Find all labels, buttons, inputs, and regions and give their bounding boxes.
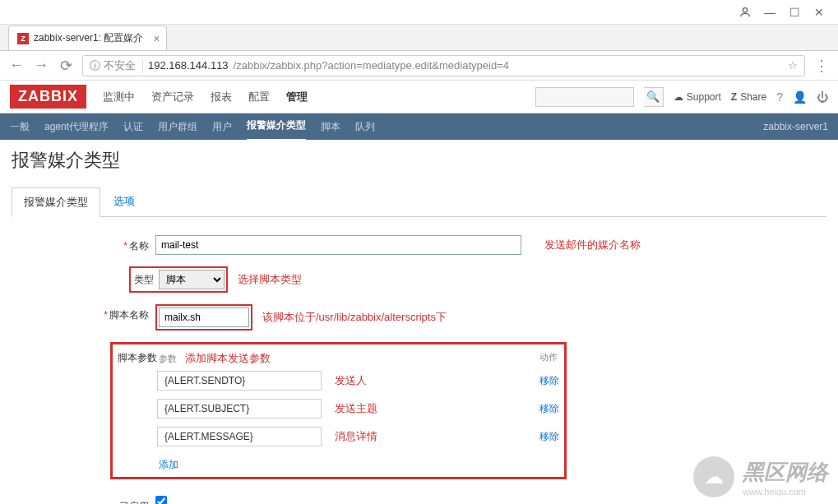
param-row: 发送主题 移除 (157, 399, 559, 418)
zabbix-logo[interactable]: ZABBIX (10, 85, 86, 109)
watermark-icon: ☁ (693, 456, 734, 497)
param-anno-0: 发送人 (335, 373, 525, 388)
maximize-icon[interactable]: ☐ (782, 0, 807, 25)
params-header-left: 参数 (159, 353, 177, 365)
reload-icon[interactable]: ⟳ (58, 57, 74, 75)
forward-icon: → (33, 57, 49, 74)
page-content: 报警媒介类型 报警媒介类型 选项 *名称 发送邮件的媒介名称 类型 脚本 选择脚… (0, 140, 838, 504)
nav-reports[interactable]: 报表 (211, 81, 232, 113)
watermark: ☁ 黑区网络 www.heiqu.com (693, 456, 828, 497)
address-bar: ← → ⟳ ⓘ 不安全 192.168.144.113/zabbix/zabbi… (0, 51, 838, 81)
form-tabs: 报警媒介类型 选项 (12, 187, 826, 217)
script-input[interactable] (159, 307, 249, 327)
param-row: 消息详情 移除 (157, 427, 559, 446)
share-link[interactable]: Z Share (731, 91, 766, 103)
logout-icon[interactable]: ⏻ (817, 90, 828, 104)
row-type: 类型 脚本 选择脚本类型 (12, 266, 826, 293)
security-indicator[interactable]: ⓘ 不安全 (90, 58, 143, 73)
browser-titlebar: — ☐ ✕ (0, 0, 838, 25)
tab-title: zabbix-server1: 配置媒介 (34, 31, 143, 45)
tab-options[interactable]: 选项 (102, 187, 146, 216)
user-icon[interactable] (733, 0, 757, 25)
main-nav: 监测中 资产记录 报表 配置 管理 (103, 81, 308, 113)
subnav-queue[interactable]: 队列 (355, 113, 375, 141)
watermark-domain: www.heiqu.com (743, 487, 828, 497)
label-params: 脚本参数 (118, 349, 157, 475)
nav-monitoring[interactable]: 监测中 (103, 81, 135, 113)
subnav-mediatypes[interactable]: 报警媒介类型 (247, 112, 306, 141)
subnav-users[interactable]: 用户 (212, 113, 232, 141)
param-input-1[interactable] (157, 399, 322, 418)
label-name: 名称 (129, 240, 149, 252)
label-script: 脚本名称 (109, 309, 149, 321)
remove-link-1[interactable]: 移除 (535, 402, 559, 416)
nav-config[interactable]: 配置 (248, 81, 270, 113)
subnav-auth[interactable]: 认证 (123, 113, 143, 141)
help-icon[interactable]: ? (776, 90, 783, 104)
name-input[interactable] (155, 235, 521, 255)
anno-script: 该脚本位于/usr/lib/zabbix/alterscripts下 (262, 310, 447, 325)
watermark-brand: 黑区网络 (743, 458, 828, 487)
anno-params: 添加脚本发送参数 (185, 351, 271, 366)
svg-point-0 (743, 7, 747, 12)
browser-tab-bar: Z zabbix-server1: 配置媒介 × (0, 25, 838, 51)
remove-link-0[interactable]: 移除 (535, 374, 559, 388)
nav-admin[interactable]: 管理 (286, 81, 308, 113)
bookmark-icon[interactable]: ☆ (788, 59, 798, 72)
minimize-icon[interactable]: — (757, 0, 782, 25)
url-path: /zabbix/zabbix.php?action=mediatype.edit… (234, 59, 509, 72)
remove-link-2[interactable]: 移除 (535, 430, 559, 444)
tab-favicon: Z (17, 33, 29, 44)
tab-close-icon[interactable]: × (153, 32, 160, 45)
row-script: *脚本名称 该脚本位于/usr/lib/zabbix/alterscripts下 (12, 304, 826, 331)
add-link[interactable]: 添加 (157, 455, 180, 475)
anno-name: 发送邮件的媒介名称 (544, 238, 641, 252)
back-icon[interactable]: ← (8, 57, 25, 74)
nav-inventory[interactable]: 资产记录 (151, 81, 194, 113)
param-anno-2: 消息详情 (335, 429, 525, 444)
param-row: 发送人 移除 (157, 371, 559, 391)
search-input[interactable] (535, 87, 634, 107)
subnav-usergroups[interactable]: 用户群组 (158, 113, 197, 141)
label-type: 类型 (132, 273, 159, 287)
param-input-0[interactable] (157, 371, 322, 391)
menu-icon[interactable]: ⋮ (813, 57, 830, 75)
app-header: ZABBIX 监测中 资产记录 报表 配置 管理 🔍 ☁ Support Z S… (0, 81, 838, 113)
url-host: 192.168.144.113 (148, 59, 229, 72)
tab-mediatype[interactable]: 报警媒介类型 (12, 187, 100, 217)
browser-tab[interactable]: Z zabbix-server1: 配置媒介 × (8, 25, 167, 50)
label-enabled: 已启用 (119, 501, 149, 504)
type-select[interactable]: 脚本 (159, 270, 225, 289)
params-header-right: 动作 (539, 351, 558, 366)
enabled-checkbox[interactable] (155, 496, 167, 504)
param-input-2[interactable] (157, 427, 322, 446)
subnav-general[interactable]: 一般 (10, 113, 30, 141)
param-anno-1: 发送主题 (335, 401, 525, 416)
support-link[interactable]: ☁ Support (674, 91, 721, 103)
search-icon[interactable]: 🔍 (644, 87, 664, 107)
close-icon[interactable]: ✕ (807, 0, 831, 25)
anno-type: 选择脚本类型 (238, 272, 302, 287)
row-name: *名称 发送邮件的媒介名称 (12, 235, 826, 255)
url-input[interactable]: ⓘ 不安全 192.168.144.113/zabbix/zabbix.php?… (82, 55, 805, 76)
sub-nav: 一般 agent代理程序 认证 用户群组 用户 报警媒介类型 脚本 队列 zab… (0, 113, 838, 140)
subnav-scripts[interactable]: 脚本 (321, 113, 340, 141)
server-name: zabbix-server1 (763, 121, 828, 132)
subnav-proxies[interactable]: agent代理程序 (44, 113, 109, 141)
profile-icon[interactable]: 👤 (793, 90, 807, 104)
page-title: 报警媒介类型 (12, 148, 826, 173)
